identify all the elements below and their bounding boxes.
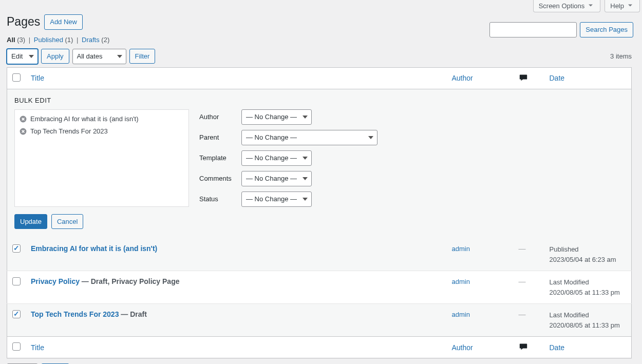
chevron-down-icon: [626, 2, 634, 10]
bulk-edit-heading: BULK EDIT: [14, 97, 624, 104]
col-header-comments[interactable]: [514, 67, 544, 89]
table-row: Embracing AI for what it is (and isn't)a…: [7, 238, 632, 271]
page-title-link[interactable]: Top Tech Trends For 2023: [31, 310, 119, 318]
bulk-cancel-button[interactable]: Cancel: [51, 214, 83, 229]
items-count: 3 items: [610, 52, 632, 60]
comments-dash: —: [519, 277, 526, 285]
filter-all[interactable]: All (3): [7, 36, 25, 44]
col-header-title[interactable]: Title: [26, 67, 447, 89]
date-value: 2023/05/04 at 6:23 am: [550, 255, 627, 265]
bulk-parent-label: Parent: [199, 133, 236, 141]
bulk-action-select[interactable]: Edit: [7, 49, 38, 64]
row-checkbox[interactable]: [12, 310, 21, 318]
bulk-selected-list: Embracing AI for what it is (and isn't) …: [14, 109, 189, 207]
author-link[interactable]: admin: [452, 278, 470, 285]
col-footer-date[interactable]: Date: [544, 337, 632, 358]
page-title: Pages: [7, 15, 40, 29]
bulk-status-label: Status: [199, 195, 236, 203]
screen-options-tab[interactable]: Screen Options: [533, 0, 601, 12]
chevron-down-icon: [587, 2, 595, 10]
row-checkbox[interactable]: [12, 277, 21, 285]
bulk-author-select[interactable]: — No Change —: [241, 109, 312, 125]
date-label: Last Modified: [550, 277, 627, 288]
help-label: Help: [610, 2, 624, 10]
select-all-checkbox-bottom[interactable]: [12, 342, 21, 351]
bulk-template-label: Template: [199, 154, 236, 162]
bulk-update-button[interactable]: Update: [14, 214, 47, 229]
help-tab[interactable]: Help: [605, 0, 640, 12]
table-row: Top Tech Trends For 2023 — Draftadmin—La…: [7, 304, 632, 337]
page-title-link[interactable]: Embracing AI for what it is (and isn't): [31, 244, 157, 253]
author-link[interactable]: admin: [452, 245, 470, 253]
bulk-apply-button[interactable]: Apply: [41, 49, 69, 64]
filter-drafts[interactable]: Drafts (2): [82, 36, 109, 44]
bulk-parent-select[interactable]: — No Change —: [241, 130, 377, 145]
bulk-comments-select[interactable]: — No Change —: [241, 171, 312, 186]
screen-options-label: Screen Options: [539, 2, 585, 10]
search-input[interactable]: [489, 22, 577, 37]
bulk-selected-item: Embracing AI for what it is (and isn't): [19, 113, 184, 125]
col-footer-title[interactable]: Title: [26, 337, 447, 358]
comment-icon: [519, 342, 528, 351]
bulk-author-label: Author: [199, 113, 236, 121]
remove-icon[interactable]: [19, 127, 27, 136]
comments-dash: —: [519, 244, 526, 253]
bulk-status-select[interactable]: — No Change —: [241, 191, 312, 207]
select-all-checkbox-top[interactable]: [12, 73, 21, 82]
comment-icon: [519, 73, 528, 82]
date-filter-select[interactable]: All dates: [72, 49, 126, 64]
date-value: 2020/08/05 at 11:33 pm: [550, 288, 627, 298]
col-footer-author: Author: [447, 337, 514, 358]
date-value: 2020/08/05 at 11:33 pm: [550, 320, 627, 331]
bulk-edit-panel: BULK EDIT Embracing AI for what it is (a…: [7, 89, 632, 238]
author-link[interactable]: admin: [452, 311, 470, 318]
col-header-date[interactable]: Date: [544, 67, 632, 89]
date-label: Last Modified: [550, 310, 627, 320]
table-row: Privacy Policy — Draft, Privacy Policy P…: [7, 271, 632, 304]
filter-published[interactable]: Published (1): [34, 36, 73, 44]
comments-dash: —: [519, 310, 526, 318]
bulk-template-select[interactable]: — No Change —: [241, 150, 312, 166]
bulk-comments-label: Comments: [199, 175, 236, 182]
row-checkbox[interactable]: [12, 244, 21, 253]
pages-table: Title Author Date BULK EDIT Embracing AI: [7, 67, 632, 359]
col-header-author: Author: [447, 67, 514, 89]
date-label: Published: [550, 244, 627, 255]
bulk-selected-item: Top Tech Trends For 2023: [19, 125, 184, 138]
col-footer-comments[interactable]: [514, 337, 544, 358]
search-pages-button[interactable]: Search Pages: [580, 22, 633, 37]
page-state: — Draft, Privacy Policy Page: [80, 277, 180, 285]
page-state: — Draft: [119, 310, 146, 318]
page-title-link[interactable]: Privacy Policy: [31, 277, 80, 285]
filter-button[interactable]: Filter: [129, 49, 156, 64]
remove-icon[interactable]: [19, 115, 27, 123]
add-new-button[interactable]: Add New: [44, 14, 83, 30]
